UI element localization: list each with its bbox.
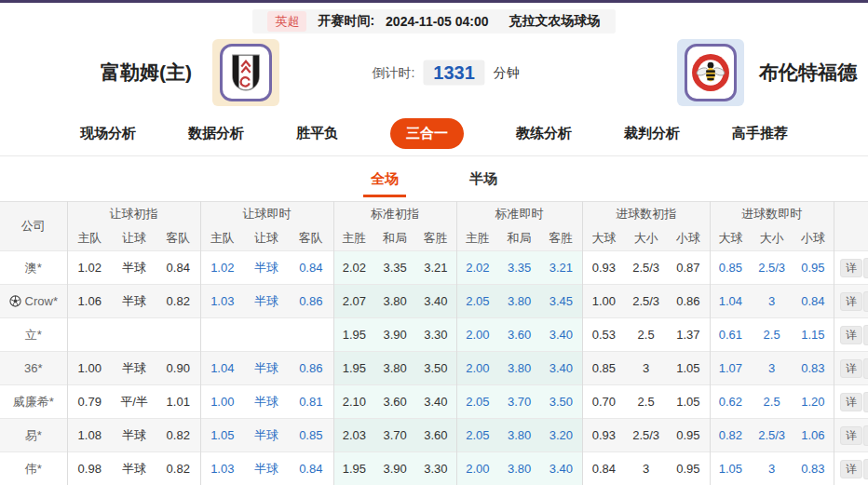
- table-row: 36*1.00半球0.901.04半球0.861.953.803.502.003…: [0, 352, 868, 385]
- odds-cell: 0.86: [667, 285, 710, 318]
- cut-off-button[interactable]: [863, 258, 868, 278]
- detail-button[interactable]: 详: [840, 359, 862, 378]
- detail-cell: 详: [834, 419, 868, 452]
- odds-cell: 2.05: [456, 385, 498, 419]
- nav-tab-coach-analysis[interactable]: 教练分析: [516, 125, 572, 142]
- odds-cell: 0.82: [156, 285, 200, 318]
- odds-cell: 2.05: [456, 419, 498, 452]
- countdown-unit: 分钟: [494, 64, 520, 81]
- detail-cell: 详: [834, 352, 868, 385]
- away-team: 布伦特福德: [677, 39, 857, 106]
- odds-cell: 2.5: [751, 318, 793, 352]
- odds-cell: 3.40: [415, 385, 456, 419]
- odds-cell: 3.40: [415, 285, 456, 318]
- company-cell: 易*: [0, 419, 67, 452]
- odds-cell: 平/半: [112, 385, 156, 419]
- group-header-goals-live: 进球数即时: [710, 202, 834, 227]
- detail-button[interactable]: 详: [840, 426, 862, 445]
- odds-cell: 0.83: [793, 352, 834, 385]
- sub-tab-full-match[interactable]: 全场: [371, 170, 399, 188]
- nav-tab-win-draw-lose[interactable]: 胜平负: [296, 125, 338, 142]
- odds-cell: 1.07: [710, 352, 751, 385]
- detail-button[interactable]: 详: [840, 460, 862, 478]
- odds-cell: 半球: [244, 452, 289, 485]
- countdown-value: 1331: [423, 61, 485, 86]
- company-cell: 36*: [0, 352, 67, 385]
- odds-cell: 2.07: [333, 285, 374, 318]
- odds-cell: 1.15: [793, 318, 834, 352]
- company-cell: 威廉希*: [0, 385, 67, 419]
- kickoff-label: 开赛时间:: [318, 13, 374, 30]
- nav-tab-live-analysis[interactable]: 现场分析: [80, 125, 136, 142]
- table-row: Crow*1.06半球0.821.03半球0.862.073.803.402.0…: [0, 285, 868, 318]
- sub-header-handicap-live-1: 让球: [244, 226, 289, 251]
- odds-cell: 0.85: [289, 419, 333, 452]
- odds-cell: 半球: [244, 385, 289, 419]
- odds-cell: 3.80: [498, 352, 540, 385]
- odds-cell: 3.21: [415, 251, 456, 285]
- odds-cell: 2.5/3: [751, 251, 793, 285]
- odds-cell: 3.35: [374, 251, 415, 285]
- nav-tab-referee-analysis[interactable]: 裁判分析: [624, 125, 680, 142]
- cut-off-button[interactable]: [863, 291, 868, 312]
- odds-table-body: 澳*1.02半球0.841.02半球0.842.023.353.212.023.…: [0, 251, 868, 485]
- odds-cell: 3.40: [540, 452, 582, 485]
- odds-cell: 半球: [112, 251, 156, 285]
- nav-tab-expert-picks[interactable]: 高手推荐: [732, 125, 788, 142]
- detail-button[interactable]: 详: [840, 393, 862, 411]
- odds-cell: 1.01: [156, 385, 200, 419]
- odds-cell: 3: [751, 352, 793, 385]
- odds-cell: 0.79: [67, 385, 112, 419]
- company-cell: Crow*: [0, 285, 67, 318]
- odds-cell: 1.02: [200, 251, 244, 285]
- odds-cell: 3.80: [374, 352, 415, 385]
- odds-cell: 1.95: [333, 352, 374, 385]
- cut-off-button[interactable]: [863, 358, 868, 379]
- nav-tab-data-analysis[interactable]: 数据分析: [188, 125, 244, 142]
- detail-button[interactable]: 详: [840, 292, 862, 311]
- odds-cell: 0.82: [710, 419, 751, 452]
- odds-cell: 3.70: [374, 419, 415, 452]
- odds-cell: 3.50: [415, 352, 456, 385]
- odds-cell: 3.80: [498, 452, 540, 485]
- odds-cell: 3: [751, 452, 793, 485]
- odds-cell: [200, 318, 244, 352]
- group-header-standard-initial: 标准初指: [333, 202, 456, 227]
- cut-off-button[interactable]: [863, 392, 868, 412]
- countdown: 倒计时: 1331 分钟: [372, 61, 519, 86]
- group-header-goals-initial: 进球数初指: [582, 202, 710, 227]
- detail-button[interactable]: 详: [840, 326, 862, 344]
- odds-cell: 0.84: [582, 452, 625, 485]
- odds-cell: 2.5: [625, 385, 667, 419]
- odds-cell: 0.61: [710, 318, 751, 352]
- sub-header-standard-live-2: 客胜: [540, 226, 582, 251]
- sub-tab-half-match[interactable]: 半场: [469, 170, 497, 188]
- odds-cell: 2.5: [751, 385, 793, 419]
- odds-cell: 0.70: [582, 385, 625, 419]
- sub-header-standard-initial-0: 主胜: [333, 226, 374, 251]
- odds-cell: 1.04: [200, 352, 244, 385]
- cut-off-button[interactable]: [863, 425, 868, 446]
- odds-cell: 0.82: [156, 452, 200, 485]
- group-header-handicap-initial: 让球初指: [67, 202, 200, 227]
- sub-header-goals-initial-0: 大球: [582, 226, 625, 251]
- odds-cell: 半球: [244, 251, 289, 285]
- cut-off-button[interactable]: [863, 325, 868, 345]
- odds-cell: 3.60: [374, 385, 415, 419]
- odds-cell: 1.03: [200, 452, 244, 485]
- company-cell: 伟*: [0, 452, 67, 485]
- nav-tab-three-in-one[interactable]: 三合一: [390, 118, 464, 149]
- sub-header-goals-live-1: 大小: [751, 226, 793, 251]
- table-row: 威廉希*0.79平/半1.011.00半球0.812.103.603.402.0…: [0, 385, 868, 419]
- odds-cell: 1.00: [67, 352, 112, 385]
- odds-cell: [112, 318, 156, 352]
- top-accent-bar: [0, 0, 868, 3]
- detail-button[interactable]: 详: [840, 259, 862, 277]
- company-name: 伟*: [25, 461, 42, 478]
- company-name: 威廉希*: [13, 394, 54, 411]
- odds-cell: 1.05: [667, 385, 710, 419]
- cut-off-button[interactable]: [863, 459, 868, 479]
- odds-cell: 1.06: [67, 285, 112, 318]
- odds-cell: 2.5/3: [751, 419, 793, 452]
- odds-cell: 0.84: [289, 251, 333, 285]
